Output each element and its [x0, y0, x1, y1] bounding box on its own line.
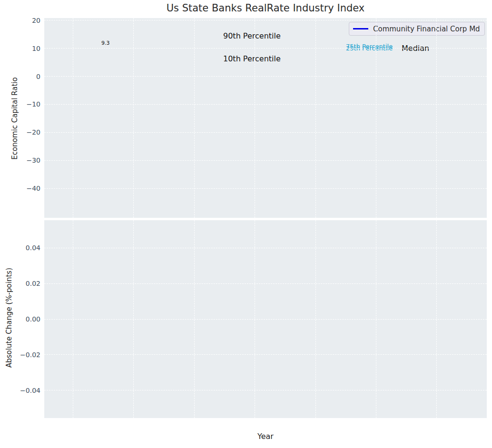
- y-tick-label: 20: [6, 16, 40, 25]
- p90-percentile-annotation: 90th Percentile: [223, 31, 281, 40]
- legend-box: Community Financial Corp Md: [349, 22, 485, 36]
- y-gridline: [44, 76, 487, 77]
- y-tick-label: 0.00: [6, 315, 40, 323]
- y-gridline: [44, 319, 487, 320]
- y-gridline: [44, 248, 487, 248]
- y-gridline: [44, 283, 487, 284]
- median-value-annotation: 9.3: [101, 40, 110, 46]
- y-gridline: [44, 354, 487, 355]
- chart-title: Us State Banks RealRate Industry Index: [44, 2, 487, 14]
- y-tick-label: −0.02: [6, 351, 40, 359]
- y-tick-label: −20: [6, 128, 40, 136]
- y-tick-label: 0.02: [6, 279, 40, 288]
- legend-label: Community Financial Corp Md: [373, 25, 480, 33]
- y-tick-label: −30: [6, 156, 40, 165]
- y-tick-label: −0.04: [6, 386, 40, 395]
- y-tick-label: −40: [6, 184, 40, 193]
- y-gridline: [44, 160, 487, 161]
- legend-line-swatch: [353, 28, 368, 29]
- y-gridline: [44, 104, 487, 105]
- y-tick-label: 10: [6, 44, 40, 53]
- y-tick-label: −10: [6, 100, 40, 108]
- x-axis-label: Year: [44, 432, 487, 441]
- y-tick-label: 0.04: [6, 243, 40, 252]
- y-tick-label: 0: [6, 72, 40, 81]
- y-gridline: [44, 48, 487, 49]
- y-gridline: [44, 188, 487, 189]
- chart-figure: Us State Banks RealRate Industry Index E…: [0, 0, 492, 448]
- y-gridline: [44, 20, 487, 20]
- y-gridline: [44, 132, 487, 133]
- top-y-axis-label: Economic Capital Ratio: [10, 77, 19, 159]
- p10-percentile-annotation: 10th Percentile: [223, 54, 281, 63]
- y-gridline: [44, 390, 487, 390]
